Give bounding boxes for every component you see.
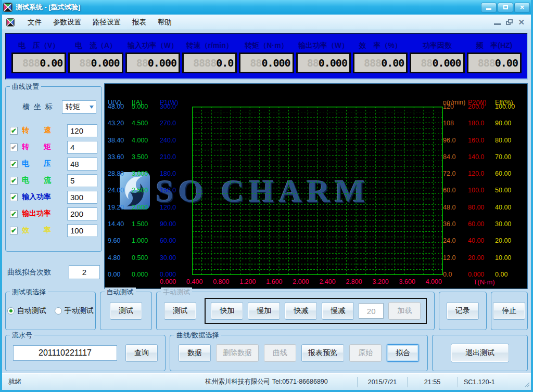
axis-tick: 60.00 [160, 238, 192, 244]
close-button[interactable]: ✕ [514, 3, 530, 12]
axis-tick: 2.500 [132, 187, 160, 194]
menu-items: 文件参数设置路径设置报表帮助 [22, 16, 177, 29]
axis-tick: 270.0 [160, 120, 192, 127]
curve-scale-input[interactable] [67, 224, 97, 237]
statusbar: 就绪 杭州索川科技有限公司 Tel:0571-86686890 2015/7/2… [2, 373, 531, 390]
slow-decrease-button[interactable]: 慢减 [322, 302, 354, 320]
menu-item[interactable]: 路径设置 [87, 16, 126, 29]
axis-tick: 0.00 [108, 271, 132, 278]
axis-tick: 36.0 [443, 221, 468, 228]
lcd-ghost-digits: 888 [478, 57, 495, 69]
manual-test-button[interactable]: 测试 [164, 302, 196, 320]
resize-grip[interactable] [524, 381, 530, 389]
minimize-button[interactable] [481, 3, 497, 12]
axis-tick: 2.000 [132, 204, 160, 211]
maximize-button[interactable] [498, 3, 513, 12]
test-select-group: 测试项选择 自动测试 手动测试 [5, 292, 96, 330]
axis-tick: 9.60 [108, 238, 132, 244]
curve-checkbox[interactable]: ✔ [10, 177, 18, 185]
serial-title: 流水号 [10, 331, 34, 340]
query-button[interactable]: 查询 [125, 344, 158, 362]
axis-tick: 12.0 [443, 255, 468, 262]
mdi-minimize-button[interactable] [494, 23, 501, 25]
x-axis-tick: 2.800 [346, 278, 362, 285]
meter-display: 880.000 [68, 53, 123, 73]
curve-checkbox[interactable]: ✔ [10, 210, 18, 218]
axis-tick: 60.00 [495, 171, 525, 177]
menu-item[interactable]: 报表 [126, 16, 152, 29]
meter: 功率因数 880.000 [410, 40, 464, 73]
curve-scale-input[interactable] [67, 141, 97, 154]
meter-panel: 电 压（V） 8880.00 电 流（A） 880.000 输入功率（W） 88… [5, 33, 528, 80]
menu-item[interactable]: 文件 [22, 16, 47, 29]
curve-data-button[interactable]: 原始 [349, 344, 382, 362]
menu-item[interactable]: 参数设置 [47, 16, 87, 29]
lcd-value: 0.00 [495, 57, 518, 69]
curve-scale-input[interactable] [67, 207, 97, 220]
lcd-value: 0.00 [381, 57, 404, 69]
curve-scale-input[interactable] [67, 191, 97, 204]
axis-tick: 90.00 [160, 221, 192, 228]
x-axis-select-label: 横 坐 标 [22, 102, 54, 112]
load-button[interactable]: 加载 [388, 302, 421, 320]
chart-panel: SO CHARM 0.0000.4000.8001.2001.6002.0002… [104, 83, 528, 289]
x-axis-ticks: 0.0000.4000.8001.2001.6002.0002.4002.800… [160, 275, 443, 289]
curve-checkbox[interactable]: ✔ [10, 143, 18, 151]
radio-manual-test[interactable]: 手动测试 [55, 306, 94, 316]
x-axis-tick: 1.200 [239, 278, 256, 285]
meter: 输出功率（W） 880.000 [296, 40, 351, 73]
curve-data-button[interactable]: 报表预览 [301, 344, 344, 362]
meter-display: 880.000 [125, 53, 180, 73]
mdi-close-button[interactable]: ✕ [518, 19, 525, 25]
meter-label: 转矩（N·m） [245, 40, 288, 51]
curve-checkbox[interactable]: ✔ [10, 227, 18, 234]
curve-label: 转 速 [22, 126, 62, 135]
lcd-value: 0.00 [40, 57, 62, 69]
axis-tick: 48.0 [443, 204, 468, 211]
curve-checkbox[interactable]: ✔ [10, 127, 18, 135]
axis-tick: 0.000 [468, 271, 495, 278]
auto-test-button[interactable]: 测试 [110, 302, 142, 320]
curve-rows: ✔ 转 速 ✔ 转 矩 ✔ 电 压 ✔ 电 流 ✔ 输入功率 ✔ 输出功率 ✔ … [10, 122, 97, 239]
record-button[interactable]: 记录 [447, 302, 479, 320]
x-axis-tick: 2.000 [293, 278, 309, 285]
mdi-restore-button[interactable] [506, 19, 513, 25]
serial-number-input[interactable] [13, 345, 117, 361]
curve-scale-input[interactable] [67, 158, 97, 171]
x-axis-tick: 0.400 [186, 278, 202, 285]
axis-tick: 180.0 [160, 171, 192, 177]
curve-row: ✔ 电 流 [10, 172, 97, 189]
stop-button[interactable]: 停止 [493, 302, 525, 320]
menu-item[interactable]: 帮助 [152, 16, 177, 29]
curve-checkbox[interactable]: ✔ [10, 193, 18, 201]
axis-tick: 80.00 [495, 137, 525, 144]
lcd-value: 0.000 [91, 57, 119, 69]
fast-decrease-button[interactable]: 快减 [285, 302, 317, 320]
curve-checkbox[interactable]: ✔ [10, 160, 18, 168]
x-axis-select[interactable]: 转矩 [62, 100, 96, 114]
axis-tick: 33.60 [108, 154, 132, 161]
manual-test-group: 手动测试 测试 快加 慢加 快减 慢减 加载 [156, 292, 435, 330]
curve-scale-input[interactable] [67, 174, 97, 187]
curve-data-button[interactable]: 拟合 [387, 344, 419, 362]
radio-auto-test[interactable]: 自动测试 [7, 306, 46, 316]
fit-order-input[interactable] [69, 265, 100, 279]
status-version: SC1.120-1 [458, 378, 531, 386]
auto-test-group: 自动测试 测试 [100, 292, 153, 330]
curve-data-button[interactable]: 曲线 [264, 344, 296, 362]
load-value-input[interactable] [359, 303, 384, 319]
axis-tick: 30.00 [160, 255, 192, 262]
meter-label: 电 流（A） [75, 40, 117, 51]
axis-tick-column: 5.0004.5004.0003.5003.0002.5002.0001.500… [132, 107, 160, 275]
axis-tick: 100.0 [468, 187, 495, 194]
axis-tick: 80.00 [468, 204, 495, 211]
curve-data-button[interactable]: 删除数据 [216, 344, 259, 362]
x-axis-tick: 3.200 [373, 278, 389, 285]
curve-row: ✔ 转 速 [10, 122, 97, 139]
exit-test-button[interactable]: 退出测试 [451, 344, 509, 362]
curve-data-button[interactable]: 数据 [179, 344, 211, 362]
axis-tick: 0.00 [495, 271, 525, 278]
curve-scale-input[interactable] [67, 124, 97, 137]
fast-increase-button[interactable]: 快加 [211, 302, 243, 320]
slow-increase-button[interactable]: 慢加 [248, 302, 280, 320]
